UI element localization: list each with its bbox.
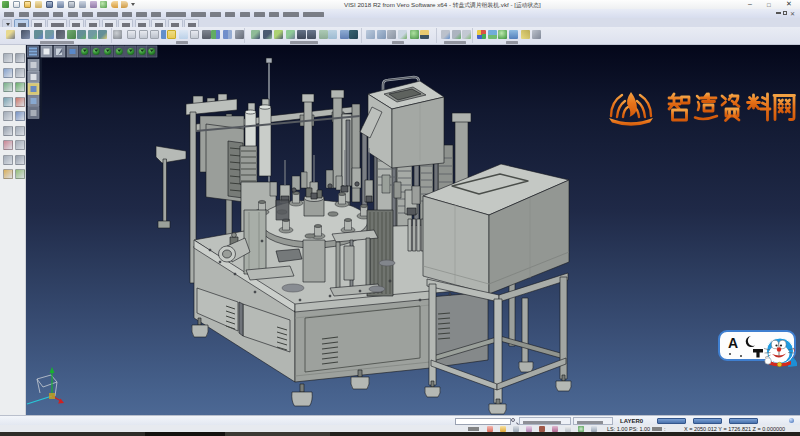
svg-text:A: A xyxy=(728,335,738,351)
